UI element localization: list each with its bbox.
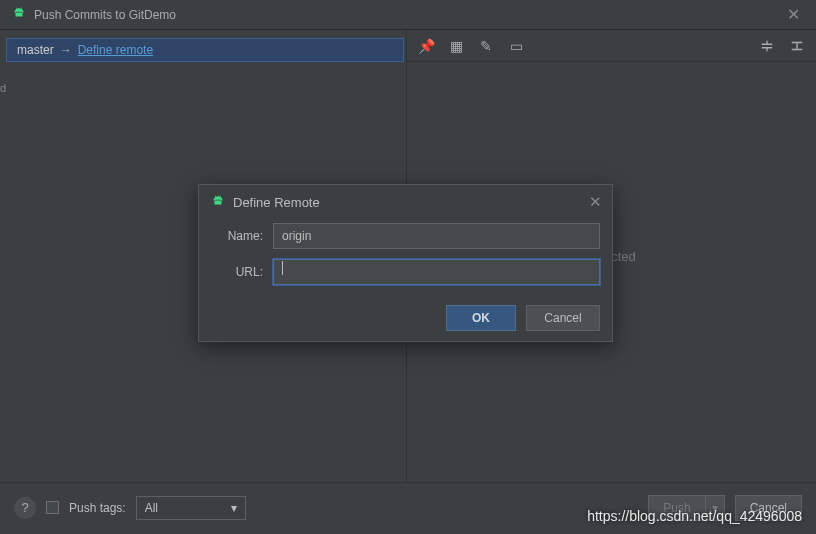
name-field[interactable] — [273, 223, 600, 249]
arrow-icon: → — [60, 43, 72, 57]
android-icon — [211, 194, 225, 211]
diff-toolbar: 📌 ▦ ✎ ▭ — [407, 30, 816, 62]
dialog-titlebar: Define Remote ✕ — [199, 185, 612, 219]
watermark: https://blog.csdn.net/qq_42496008 — [587, 508, 802, 524]
titlebar: Push Commits to GitDemo ✕ — [0, 0, 816, 30]
local-branch: master — [17, 43, 54, 57]
android-icon — [12, 6, 26, 23]
push-tags-label: Push tags: — [69, 501, 126, 515]
chevron-down-icon: ▾ — [231, 501, 237, 515]
window-title: Push Commits to GitDemo — [34, 8, 176, 22]
define-remote-link[interactable]: Define remote — [78, 43, 153, 57]
dialog-cancel-button[interactable]: Cancel — [526, 305, 600, 331]
push-tags-checkbox[interactable] — [46, 501, 59, 514]
push-tags-select[interactable]: All ▾ — [136, 496, 246, 520]
side-text: d — [0, 82, 6, 94]
edit-icon[interactable]: ✎ — [477, 37, 495, 55]
help-icon[interactable]: ? — [14, 497, 36, 519]
expand-icon[interactable] — [758, 37, 776, 55]
bottom-bar: ? Push tags: All ▾ Push ▾ Cancel — [0, 482, 816, 532]
define-remote-dialog: Define Remote ✕ Name: URL: OK Cancel — [198, 184, 613, 342]
branch-row[interactable]: master → Define remote — [6, 38, 404, 62]
grid-icon[interactable]: ▦ — [447, 37, 465, 55]
dialog-close-icon[interactable]: ✕ — [589, 193, 602, 211]
close-icon[interactable]: ✕ — [779, 1, 808, 28]
pin-icon[interactable]: 📌 — [417, 37, 435, 55]
save-icon[interactable]: ▭ — [507, 37, 525, 55]
dialog-title: Define Remote — [233, 195, 320, 210]
collapse-icon[interactable] — [788, 37, 806, 55]
ok-button[interactable]: OK — [446, 305, 516, 331]
url-label: URL: — [211, 265, 273, 279]
url-field[interactable] — [273, 259, 600, 285]
name-label: Name: — [211, 229, 273, 243]
